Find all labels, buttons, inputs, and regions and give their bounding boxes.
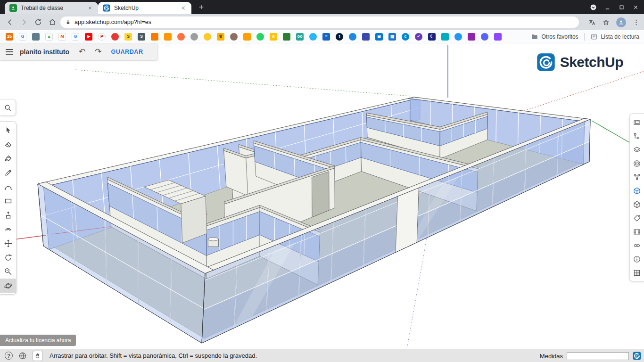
- dark-s-favicon[interactable]: S: [138, 33, 145, 41]
- language-globe-icon[interactable]: [18, 352, 27, 360]
- tab-group-25-favicon[interactable]: 25: [6, 33, 13, 41]
- reload-icon[interactable]: [34, 18, 42, 26]
- sketchup-logo-icon: [537, 53, 555, 72]
- maximize-icon[interactable]: [618, 4, 625, 11]
- brown-dot-favicon[interactable]: [230, 33, 238, 41]
- right-panel-toolbar: [629, 113, 644, 282]
- url-bar[interactable]: app.sketchup.com/app?hl=es: [60, 16, 579, 28]
- line-tool[interactable]: [0, 165, 16, 180]
- tape-measure-tool[interactable]: [0, 264, 16, 279]
- 3d-model-canvas[interactable]: [0, 43, 644, 362]
- display-panel[interactable]: [630, 266, 644, 280]
- styles-panel[interactable]: [630, 211, 644, 225]
- tab-search-icon[interactable]: [590, 4, 597, 11]
- teal-oo-favicon[interactable]: oo: [296, 33, 304, 41]
- close-tab-icon[interactable]: [180, 5, 187, 11]
- avatar[interactable]: [616, 17, 626, 27]
- folder-icon: [531, 33, 538, 41]
- tumblr-favicon[interactable]: t: [336, 33, 343, 41]
- orbit-tool[interactable]: [0, 279, 16, 293]
- undo-icon[interactable]: ↶: [79, 48, 85, 56]
- shield-vpn-favicon[interactable]: [349, 33, 356, 41]
- crown-favicon[interactable]: ♛: [217, 33, 224, 41]
- gmail-favicon[interactable]: M: [58, 33, 66, 41]
- youtube-favicon[interactable]: ▶: [85, 33, 92, 41]
- tags-panel[interactable]: [630, 143, 644, 156]
- briefcase-favicon[interactable]: [32, 33, 40, 41]
- select-tool[interactable]: [0, 123, 16, 137]
- green-tree-favicon[interactable]: [283, 33, 290, 41]
- other-bookmarks-button[interactable]: Otros favoritos: [542, 33, 578, 40]
- blue-dot-favicon[interactable]: [454, 33, 462, 41]
- minimize-icon[interactable]: [604, 4, 611, 11]
- measurements-input[interactable]: [567, 352, 629, 360]
- push-pull-tool[interactable]: [0, 208, 16, 222]
- paint-bucket-tool[interactable]: [0, 151, 16, 165]
- redo-icon[interactable]: ↷: [95, 48, 101, 56]
- orange-case-favicon[interactable]: [151, 33, 158, 41]
- google-drive-favicon[interactable]: ▲: [45, 33, 53, 41]
- whatsapp-favicon[interactable]: [256, 33, 264, 41]
- moon-favicon[interactable]: ☾: [428, 33, 436, 41]
- search-tool-button[interactable]: [0, 99, 16, 116]
- save-button[interactable]: GUARDAR: [111, 49, 143, 55]
- arc-tool[interactable]: [0, 180, 16, 194]
- browser-tab-sketchup[interactable]: SketchUp: [98, 2, 191, 14]
- license-upgrade-button[interactable]: Actualiza tu licencia ahora: [0, 335, 76, 346]
- purple-app-favicon[interactable]: [468, 33, 475, 41]
- blue-lines-favicon[interactable]: ≡: [322, 33, 330, 41]
- bookmark-star-icon[interactable]: [602, 18, 610, 26]
- interact-hand-icon[interactable]: [33, 351, 43, 361]
- browser-addressbar: app.sketchup.com/app?hl=es: [0, 14, 644, 30]
- google-search-favicon[interactable]: G: [72, 33, 79, 41]
- symbaloo-favicon[interactable]: S: [124, 33, 132, 41]
- orange-app-favicon[interactable]: [164, 33, 172, 41]
- components-panel[interactable]: [630, 170, 644, 184]
- window-controls: [590, 0, 639, 14]
- windows-favicon[interactable]: ⊞: [375, 33, 383, 41]
- close-window-icon[interactable]: [632, 4, 639, 11]
- entity-info-panel[interactable]: [630, 115, 644, 129]
- telegram-favicon[interactable]: [309, 33, 317, 41]
- new-tab-button[interactable]: [195, 1, 207, 13]
- help-icon[interactable]: ?: [5, 352, 13, 360]
- url-text: app.sketchup.com/app?hl=es: [74, 19, 151, 25]
- outliner-panel[interactable]: [630, 129, 644, 143]
- reading-list-button[interactable]: Lista de lectura: [601, 33, 639, 40]
- home-icon[interactable]: [48, 18, 57, 26]
- soft-edges-panel[interactable]: [630, 239, 644, 252]
- materials-panel[interactable]: [630, 156, 644, 170]
- offset-tool[interactable]: [0, 222, 16, 236]
- translate-icon[interactable]: [588, 18, 596, 26]
- back-icon[interactable]: [6, 18, 14, 26]
- gray-dot-favicon[interactable]: [190, 33, 198, 41]
- check-purple-favicon[interactable]: ✓: [415, 33, 422, 41]
- eraser-tool[interactable]: [0, 137, 16, 151]
- move-tool[interactable]: [0, 236, 16, 250]
- rectangle-tool[interactable]: [0, 194, 16, 208]
- pinterest-favicon[interactable]: P: [98, 33, 106, 41]
- 3d-warehouse-panel[interactable]: [630, 184, 644, 197]
- uk-flag-favicon[interactable]: +: [362, 33, 370, 41]
- twitch-favicon[interactable]: [494, 33, 502, 41]
- flame-favicon[interactable]: [177, 33, 185, 41]
- blue-docs-favicon[interactable]: ▤: [388, 33, 396, 41]
- amber-app-favicon[interactable]: [243, 33, 251, 41]
- bookmarks-bar: 25G▲MG▶PSS♛★oo≡t+⊞▤c✓☾ Otros favoritos L…: [0, 30, 644, 43]
- browser-menu-icon[interactable]: [632, 18, 640, 26]
- star-gold-favicon[interactable]: ★: [270, 33, 277, 41]
- forward-icon[interactable]: [20, 18, 28, 26]
- red-dot-favicon[interactable]: [111, 33, 119, 41]
- discord-favicon[interactable]: [481, 33, 488, 41]
- main-menu-icon[interactable]: [6, 48, 13, 56]
- close-tab-icon[interactable]: [87, 5, 93, 11]
- browser-tab-classroom[interactable]: Treball de classe: [5, 2, 98, 14]
- google-favicon[interactable]: G: [19, 33, 26, 41]
- teal-app-favicon[interactable]: [441, 33, 449, 41]
- scenes-panel[interactable]: [630, 225, 644, 239]
- rotate-tool[interactable]: [0, 250, 16, 264]
- emoji-face-favicon[interactable]: [204, 33, 211, 41]
- views-panel[interactable]: [630, 197, 644, 211]
- model-info-panel[interactable]: [630, 252, 644, 266]
- circle-c-favicon[interactable]: c: [402, 33, 409, 41]
